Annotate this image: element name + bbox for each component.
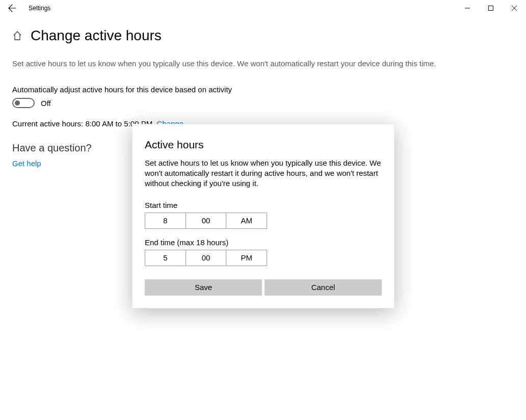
start-time-label: Start time bbox=[145, 201, 382, 209]
end-ampm-cell[interactable]: PM bbox=[226, 250, 267, 266]
start-hour-cell[interactable]: 8 bbox=[145, 213, 186, 228]
toggle-state-label: Off bbox=[41, 99, 51, 108]
start-time-picker[interactable]: 8 00 AM bbox=[145, 213, 267, 229]
active-hours-dialog: Active hours Set active hours to let us … bbox=[132, 124, 394, 308]
start-minute-cell[interactable]: 00 bbox=[186, 213, 227, 228]
svg-rect-0 bbox=[489, 6, 493, 11]
minimize-button[interactable] bbox=[456, 0, 479, 16]
page-description: Set active hours to let us know when you… bbox=[12, 59, 471, 68]
page-title: Change active hours bbox=[31, 28, 162, 44]
arrow-left-icon bbox=[8, 4, 16, 12]
dialog-description: Set active hours to let us know when you… bbox=[145, 158, 382, 189]
end-time-label: End time (max 18 hours) bbox=[145, 238, 382, 247]
dialog-button-row: Save Cancel bbox=[145, 279, 382, 296]
auto-adjust-toggle[interactable] bbox=[12, 98, 35, 108]
end-time-picker[interactable]: 5 00 PM bbox=[145, 250, 267, 266]
window-title: Settings bbox=[29, 5, 50, 12]
back-button[interactable] bbox=[0, 0, 24, 16]
cancel-button[interactable]: Cancel bbox=[265, 279, 382, 296]
titlebar: Settings bbox=[0, 0, 526, 16]
close-button[interactable] bbox=[503, 0, 526, 16]
minimize-icon bbox=[465, 6, 470, 11]
end-minute-cell[interactable]: 00 bbox=[186, 250, 227, 266]
close-icon bbox=[512, 6, 517, 11]
save-button[interactable]: Save bbox=[145, 279, 262, 296]
auto-adjust-label: Automatically adjust active hours for th… bbox=[12, 85, 514, 94]
page-header: Change active hours bbox=[12, 28, 514, 44]
toggle-knob bbox=[15, 100, 20, 106]
home-icon bbox=[13, 31, 22, 40]
current-hours-prefix: Current active hours: bbox=[12, 119, 85, 128]
auto-adjust-toggle-row: Off bbox=[12, 98, 514, 108]
start-ampm-cell[interactable]: AM bbox=[226, 213, 267, 228]
end-hour-cell[interactable]: 5 bbox=[145, 250, 186, 266]
maximize-button[interactable] bbox=[479, 0, 503, 16]
maximize-icon bbox=[488, 6, 493, 11]
home-button[interactable] bbox=[12, 31, 22, 41]
dialog-title: Active hours bbox=[145, 139, 382, 151]
